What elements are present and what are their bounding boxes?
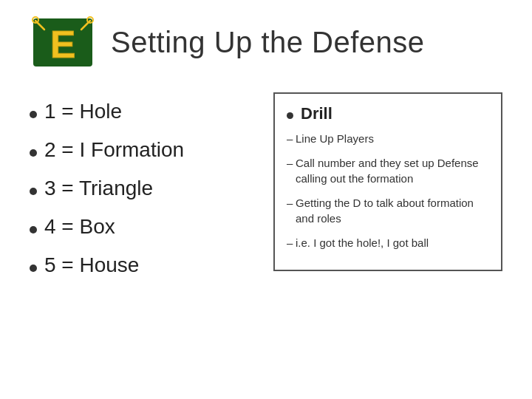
page-title: Setting Up the Defense xyxy=(111,26,425,59)
bullet-dot xyxy=(30,188,37,195)
list-item: 4 = Box xyxy=(30,215,251,239)
drill-label: Drill xyxy=(301,104,332,123)
bullet-dot xyxy=(30,226,37,233)
bullet-text: 1 = Hole xyxy=(44,100,122,123)
list-item: 2 = I Formation xyxy=(30,138,251,162)
header: E Setting Up the Defense xyxy=(30,15,502,70)
slide: E Setting Up the Defense 1 = Hole 2 = I … xyxy=(0,0,532,399)
drill-header: Drill xyxy=(287,104,489,123)
bullet-dot-drill xyxy=(287,112,293,119)
bullet-dot xyxy=(30,111,37,118)
bullet-dot xyxy=(30,149,37,157)
content-area: 1 = Hole 2 = I Formation 3 = Triangle 4 … xyxy=(30,92,502,292)
svg-text:E: E xyxy=(50,23,76,66)
drill-sub-item: i.e. I got the hole!, I got ball xyxy=(287,235,489,250)
bullet-text: 3 = Triangle xyxy=(44,177,153,200)
formation-list: 1 = Hole 2 = I Formation 3 = Triangle 4 … xyxy=(30,100,251,277)
drill-box: Drill Line Up Players Call number and th… xyxy=(273,92,502,271)
drill-sub-item: Getting the D to talk about formation an… xyxy=(287,195,489,226)
school-logo: E xyxy=(30,15,96,70)
bullet-text: 4 = Box xyxy=(44,215,115,239)
list-item: 3 = Triangle xyxy=(30,177,251,200)
drill-sub-item: Call number and they set up Defense call… xyxy=(287,155,489,186)
drill-sub-item: Line Up Players xyxy=(287,131,489,146)
bullet-text: 5 = House xyxy=(44,253,139,277)
list-item: 1 = Hole xyxy=(30,100,251,123)
left-column: 1 = Hole 2 = I Formation 3 = Triangle 4 … xyxy=(30,92,251,292)
bullet-text: 2 = I Formation xyxy=(44,138,184,162)
list-item: 5 = House xyxy=(30,253,251,277)
bullet-dot xyxy=(30,265,37,272)
drill-sub-list: Line Up Players Call number and they set… xyxy=(287,131,489,250)
